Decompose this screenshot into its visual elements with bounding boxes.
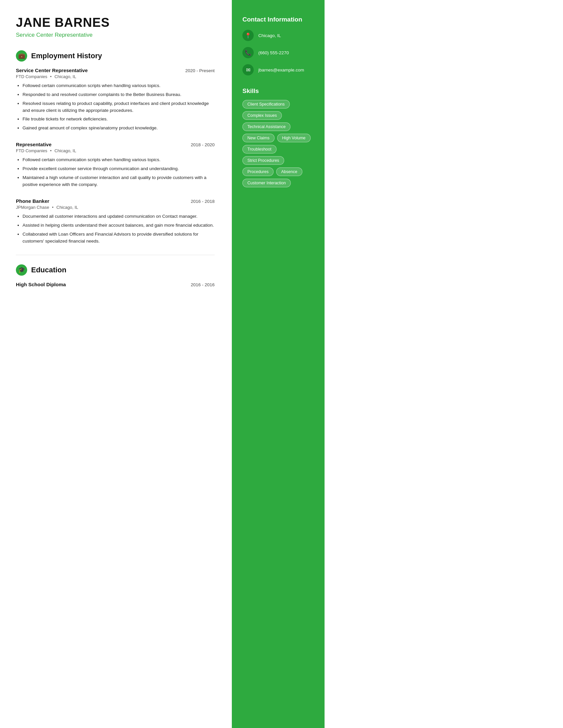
list-item: Followed certain communication scripts w… (23, 82, 214, 89)
main-content: JANE BARNES Service Center Representativ… (0, 0, 232, 728)
jobs-list: Service Center Representative2020 - Pres… (16, 68, 214, 245)
list-item: Provide excellent customer service throu… (23, 165, 214, 172)
list-item: Collaborated with Loan Officers and Fina… (23, 231, 214, 245)
section-divider (16, 255, 214, 255)
job-company: JPMorgan Chase • Chicago, IL (16, 205, 214, 210)
job-header: Representative2018 - 2020 (16, 142, 214, 147)
email-text: jbarnes@example.com (258, 68, 304, 72)
contact-location: 📍 Chicago, IL (242, 30, 314, 41)
skill-badge: Absence (276, 167, 303, 176)
degree-title: High School Diploma (16, 282, 66, 287)
employment-icon: 💼 (16, 50, 27, 62)
job-header: Phone Banker2016 - 2018 (16, 198, 214, 204)
contact-section-title: Contact Information (242, 16, 314, 23)
skill-badge: Technical Assistance (242, 122, 291, 131)
edu-block: High School Diploma2016 - 2016 (16, 282, 214, 287)
candidate-name: JANE BARNES (16, 16, 214, 30)
skill-badge: Procedures (242, 167, 273, 176)
job-title: Representative (16, 142, 52, 147)
job-dates: 2018 - 2020 (191, 142, 214, 147)
contact-phone: 📞 (660) 555-2270 (242, 47, 314, 58)
job-title: Service Center Representative (16, 68, 88, 73)
job-block: Service Center Representative2020 - Pres… (16, 68, 214, 132)
list-item: File trouble tickets for network deficie… (23, 116, 214, 123)
job-dates: 2016 - 2018 (191, 199, 214, 204)
sidebar: Contact Information 📍 Chicago, IL 📞 (660… (232, 0, 325, 728)
job-block: Phone Banker2016 - 2018JPMorgan Chase • … (16, 198, 214, 245)
skill-badge: Strict Procedures (242, 156, 284, 165)
skill-badge: Complex Issues (242, 111, 282, 120)
list-item: Maintained a high volume of customer int… (23, 174, 214, 188)
job-bullets: Followed certain communication scripts w… (16, 82, 214, 132)
skill-badge: New Claims (242, 134, 274, 142)
list-item: Gained great amount of complex spine/ana… (23, 125, 214, 132)
skill-badge: Customer Interaction (242, 179, 291, 187)
job-dates: 2020 - Present (185, 68, 214, 73)
edu-header: High School Diploma2016 - 2016 (16, 282, 214, 287)
list-item: Documented all customer interactions and… (23, 213, 214, 220)
list-item: Followed certain communication scripts w… (23, 157, 214, 163)
job-block: Representative2018 - 2020FTD Companies •… (16, 142, 214, 188)
phone-icon: 📞 (242, 47, 254, 58)
email-icon: ✉ (242, 64, 254, 75)
phone-text: (660) 555-2270 (258, 50, 289, 55)
education-list: High School Diploma2016 - 2016 (16, 282, 214, 287)
skills-section-title: Skills (242, 87, 314, 95)
skills-section: Skills Client SpecificationsComplex Issu… (242, 87, 314, 187)
contact-email: ✉ jbarnes@example.com (242, 64, 314, 75)
education-icon: 🎓 (16, 264, 27, 276)
job-bullets: Followed certain communication scripts w… (16, 157, 214, 188)
skill-badge: Troubleshoot (242, 145, 276, 154)
job-title: Phone Banker (16, 198, 49, 204)
candidate-title: Service Center Representative (16, 32, 214, 38)
job-company: FTD Companies • Chicago, IL (16, 148, 214, 153)
location-icon: 📍 (242, 30, 254, 41)
list-item: Responded to and resolved customer compl… (23, 91, 214, 98)
location-text: Chicago, IL (258, 33, 281, 38)
education-section-title: Education (31, 266, 66, 274)
edu-dates: 2016 - 2016 (191, 282, 214, 287)
list-item: Assisted in helping clients understand t… (23, 222, 214, 229)
employment-section-title: Employment History (31, 52, 102, 60)
skill-badge: Client Specifications (242, 100, 290, 109)
employment-section-header: 💼 Employment History (16, 50, 214, 62)
job-header: Service Center Representative2020 - Pres… (16, 68, 214, 73)
list-item: Resolved issues relating to product capa… (23, 100, 214, 114)
skills-list: Client SpecificationsComplex IssuesTechn… (242, 100, 314, 187)
job-company: FTD Companies • Chicago, IL (16, 74, 214, 79)
education-section-header: 🎓 Education (16, 264, 214, 276)
skill-badge: High Volume (277, 134, 311, 142)
job-bullets: Documented all customer interactions and… (16, 213, 214, 245)
